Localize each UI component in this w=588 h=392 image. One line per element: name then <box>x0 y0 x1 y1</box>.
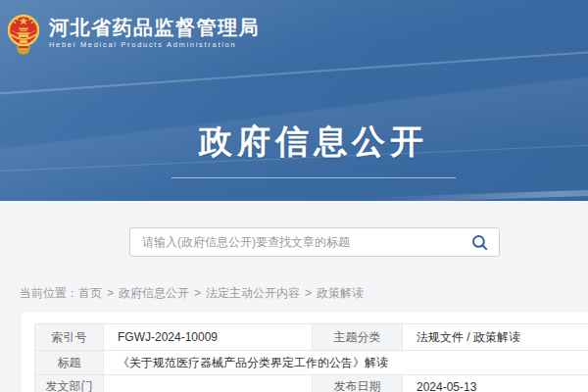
field-label-publish-date: 发布日期 <box>313 375 403 392</box>
breadcrumb-separator: > <box>107 286 114 300</box>
search-button[interactable] <box>466 234 499 251</box>
hero-banner: 河北省药品监督管理局 Hebei Medical Products Admini… <box>0 0 588 201</box>
table-row: 标题 《关于规范医疗器械产品分类界定工作的公告》解读 <box>35 351 588 375</box>
field-value-topic-category: 法规文件 / 政策解读 <box>403 324 588 351</box>
table-row: 发文部门 发布日期 2024-05-13 <box>35 375 588 392</box>
breadcrumb-item-statutory-disclosure[interactable]: 法定主动公开内容 <box>206 286 300 300</box>
field-value-title: 《关于规范医疗器械产品分类界定工作的公告》解读 <box>104 351 588 375</box>
breadcrumb-separator: > <box>305 286 312 300</box>
national-emblem-icon <box>7 11 40 56</box>
field-label-index-number: 索引号 <box>35 324 104 351</box>
field-label-title: 标题 <box>35 351 104 375</box>
field-label-topic-category: 主题分类 <box>313 324 403 351</box>
search-icon <box>471 234 488 251</box>
breadcrumb-item-gov-info[interactable]: 政府信息公开 <box>119 286 189 300</box>
field-value-issuing-department <box>104 375 313 392</box>
field-value-index-number: FGWJ-2024-10009 <box>104 324 313 351</box>
breadcrumb-separator: > <box>194 286 201 300</box>
wave-decoration <box>372 186 588 201</box>
page-title: 政府信息公开 <box>0 120 588 165</box>
title-underline <box>172 177 456 178</box>
field-value-publish-date: 2024-05-13 <box>403 375 588 392</box>
search-input[interactable] <box>130 235 466 249</box>
site-header[interactable]: 河北省药品监督管理局 Hebei Medical Products Admini… <box>7 11 260 56</box>
org-name-en: Hebei Medical Products Administration <box>49 41 260 49</box>
document-info-table: 索引号 FGWJ-2024-10009 主题分类 法规文件 / 政策解读 标题 … <box>34 323 588 392</box>
breadcrumb-item-home[interactable]: 首页 <box>78 286 102 300</box>
field-label-issuing-department: 发文部门 <box>35 375 104 392</box>
table-row: 索引号 FGWJ-2024-10009 主题分类 法规文件 / 政策解读 <box>35 324 588 351</box>
org-name-cn: 河北省药品监督管理局 <box>49 18 260 37</box>
breadcrumb-label: 当前位置： <box>20 286 78 300</box>
document-info-card: 索引号 FGWJ-2024-10009 主题分类 法规文件 / 政策解读 标题 … <box>22 313 588 392</box>
breadcrumb-item-policy-interpretation[interactable]: 政策解读 <box>317 286 364 300</box>
section-banner: 政府信息公开 <box>0 120 588 178</box>
search-box <box>129 227 500 257</box>
org-identity: 河北省药品监督管理局 Hebei Medical Products Admini… <box>49 11 260 49</box>
breadcrumb: 当前位置：首页>政府信息公开>法定主动公开内容>政策解读 <box>20 285 364 302</box>
